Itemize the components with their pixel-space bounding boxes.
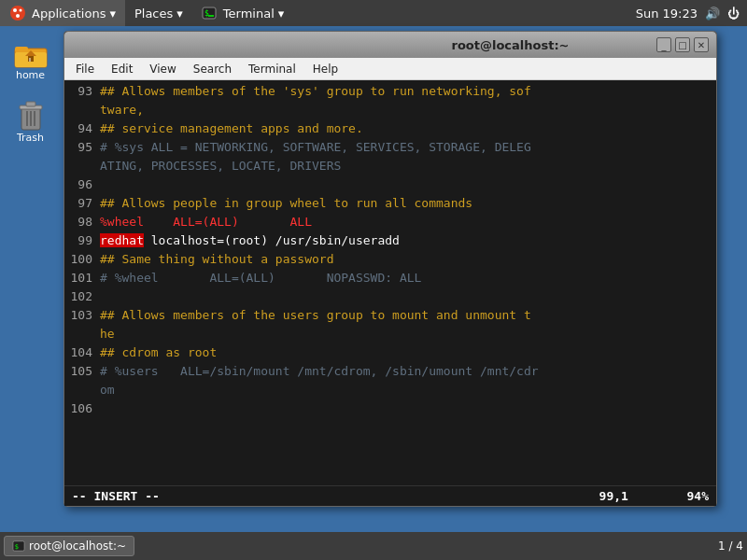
applications-menu[interactable]: Applications ▾: [0, 0, 125, 26]
editor-menu-bar: File Edit View Search Terminal Help: [64, 58, 716, 80]
svg-point-0: [10, 6, 25, 21]
terminal-menu[interactable]: $ Terminal ▾: [192, 0, 293, 26]
trash-icon[interactable]: Trash: [12, 94, 49, 147]
places-menu[interactable]: Places ▾: [125, 0, 192, 26]
editor-line-93: 93 ## Allows members of the 'sys' group …: [64, 82, 716, 101]
places-arrow: ▾: [176, 7, 183, 21]
window-title: root@localhost:~: [364, 38, 656, 52]
page-indicator: 1 / 4: [718, 539, 743, 553]
svg-point-2: [20, 9, 22, 12]
home-label: home: [16, 69, 45, 81]
editor-line-106: 106: [64, 399, 716, 418]
svg-rect-13: [29, 58, 31, 62]
minimize-button[interactable]: _: [656, 37, 671, 52]
editor-line-103: 103 ## Allows members of the users group…: [64, 306, 716, 325]
top-menu-bar: Applications ▾ Places ▾ $ Terminal ▾ Sun…: [0, 0, 747, 26]
editor-line-96: 96: [64, 175, 716, 194]
applications-arrow: ▾: [109, 7, 116, 21]
editor-line-103b: he: [64, 325, 716, 343]
window-controls: _ □ ✕: [656, 37, 709, 52]
editor-line-101: 101 # %wheel ALL=(ALL) NOPASSWD: ALL: [64, 269, 716, 287]
clock: Sun 19:23: [636, 7, 698, 21]
power-icon[interactable]: ⏻: [727, 7, 740, 21]
editor-line-105b: om: [64, 381, 716, 399]
editor-line-99: 99 redhat localhost=(root) /usr/sbin/use…: [64, 231, 716, 250]
svg-rect-16: [26, 102, 35, 106]
taskbar-pager: 1 / 4: [718, 539, 743, 553]
editor-line-98: 98 %wheel ALL=(ALL) ALL: [64, 213, 716, 231]
editor-line-93b: tware,: [64, 101, 716, 119]
maximize-button[interactable]: □: [675, 37, 690, 52]
terminal-window: root@localhost:~ _ □ ✕ File Edit View Se…: [63, 31, 717, 507]
cursor-highlight: redhat: [100, 233, 144, 247]
home-folder-icon[interactable]: home: [9, 35, 52, 85]
svg-text:$: $: [15, 543, 19, 551]
vim-editor[interactable]: 93 ## Allows members of the 'sys' group …: [64, 80, 716, 485]
menu-edit[interactable]: Edit: [104, 61, 140, 77]
editor-line-94: 94 ## service management apps and more.: [64, 119, 716, 138]
editor-line-100: 100 ## Same thing without a password: [64, 250, 716, 269]
vim-position: 99,1 94%: [599, 489, 709, 503]
desktop-icon-area: home Trash: [0, 26, 61, 147]
vim-mode: -- INSERT --: [72, 489, 160, 503]
svg-point-3: [16, 14, 20, 18]
menu-view[interactable]: View: [142, 61, 183, 77]
menu-terminal[interactable]: Terminal: [241, 61, 303, 77]
trash-label: Trash: [17, 132, 44, 144]
vim-status-bar: -- INSERT -- 99,1 94%: [64, 485, 716, 506]
menu-file[interactable]: File: [68, 61, 102, 77]
editor-line-95b: ATING, PROCESSES, LOCATE, DRIVERS: [64, 157, 716, 175]
editor-line-95: 95 # %sys ALL = NETWORKING, SOFTWARE, SE…: [64, 138, 716, 157]
svg-rect-10: [15, 47, 28, 52]
editor-line-102: 102: [64, 287, 716, 306]
editor-line-97: 97 ## Allows people in group wheel to ru…: [64, 194, 716, 213]
taskbar-terminal-label: root@localhost:~: [29, 539, 126, 553]
taskbar: $ root@localhost:~ 1 / 4: [0, 532, 747, 560]
terminal-label: Terminal: [223, 7, 275, 21]
editor-line-105: 105 # %users ALL=/sbin/mount /mnt/cdrom,…: [64, 362, 716, 381]
terminal-arrow: ▾: [278, 7, 285, 21]
svg-point-1: [13, 8, 17, 12]
volume-icon[interactable]: 🔊: [705, 7, 720, 21]
applications-label: Applications: [32, 7, 106, 21]
desktop: home Trash root@localhost:~ _ □ ✕: [0, 26, 747, 560]
title-bar: root@localhost:~ _ □ ✕: [64, 32, 716, 58]
close-button[interactable]: ✕: [694, 37, 709, 52]
taskbar-terminal-item[interactable]: $ root@localhost:~: [4, 536, 134, 556]
menu-help[interactable]: Help: [305, 61, 345, 77]
places-label: Places: [134, 7, 173, 21]
menu-search[interactable]: Search: [186, 61, 239, 77]
editor-line-104: 104 ## cdrom as root: [64, 343, 716, 362]
